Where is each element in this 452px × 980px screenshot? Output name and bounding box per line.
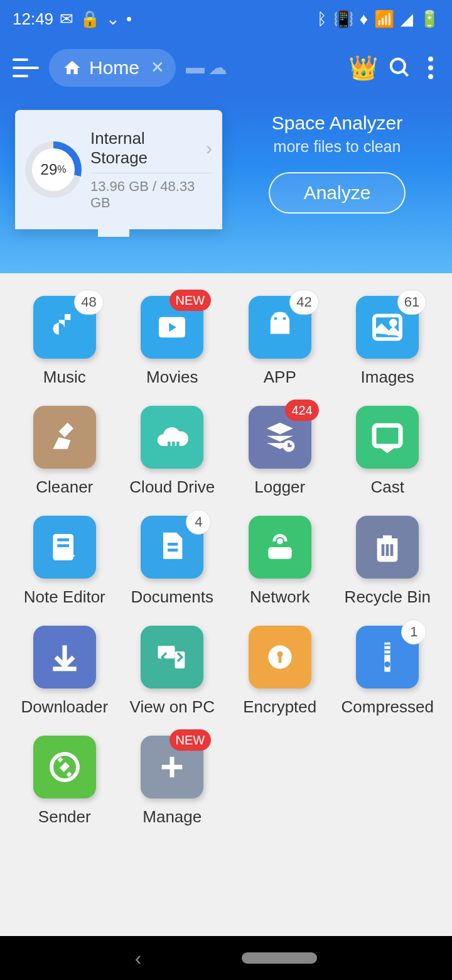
category-compressed[interactable]: 1 Compressed: [337, 626, 439, 717]
data-icon: ♦: [360, 9, 368, 29]
category-grid: 48 Music NEW Movies 42 APP 61 Images: [0, 273, 452, 849]
category-view-on-pc[interactable]: View on PC: [122, 626, 223, 717]
svg-point-6: [391, 321, 396, 325]
category-note-editor[interactable]: Note Editor: [14, 516, 116, 607]
vibrate-icon: 📳: [333, 9, 353, 29]
svg-line-1: [403, 70, 408, 75]
svg-point-31: [385, 662, 390, 667]
note-icon: [33, 516, 96, 579]
svg-rect-26: [278, 656, 281, 663]
category-encrypted[interactable]: Encrypted: [229, 626, 331, 717]
download-icon: [33, 626, 96, 689]
category-documents[interactable]: 4 Documents: [122, 516, 223, 607]
category-images[interactable]: 61 Images: [337, 296, 439, 387]
category-app[interactable]: 42 APP: [229, 296, 331, 387]
category-label: Documents: [131, 587, 214, 607]
tab-home[interactable]: Home ✕: [49, 49, 176, 87]
category-label: Encrypted: [243, 697, 316, 717]
svg-rect-17: [268, 547, 291, 559]
hero-section: 29% Internal Storage 13.96 GB / 48.33 GB…: [0, 97, 452, 273]
pc-icon: [141, 626, 203, 689]
category-label: Manage: [143, 807, 202, 827]
bluetooth-icon: ᛒ: [317, 9, 327, 29]
badge: 61: [397, 290, 426, 315]
pocket-icon: ⌄: [106, 9, 120, 29]
category-cleaner[interactable]: Cleaner: [14, 406, 116, 497]
home-icon: [63, 58, 82, 77]
app-header: Home ✕ ▬ ☁ 👑: [0, 38, 452, 97]
router-icon: [249, 516, 311, 579]
badge: NEW: [170, 729, 212, 751]
category-manage[interactable]: NEW Manage: [122, 736, 223, 827]
category-recycle-bin[interactable]: Recycle Bin: [337, 516, 439, 607]
dot-icon: •: [126, 9, 132, 29]
category-label: Logger: [254, 477, 305, 497]
badge: 48: [74, 290, 103, 315]
zip-icon: 1: [356, 626, 419, 689]
category-label: Movies: [146, 368, 198, 387]
lock-icon: 🔒: [80, 9, 100, 29]
svg-point-3: [274, 317, 277, 320]
category-label: Cloud Drive: [129, 477, 215, 497]
close-tab-icon[interactable]: ✕: [151, 58, 164, 77]
category-label: Images: [361, 368, 414, 387]
category-label: Cast: [371, 477, 404, 497]
svg-rect-27: [385, 643, 390, 672]
trash-icon: [356, 516, 419, 579]
android-icon: 42: [249, 296, 311, 359]
category-sender[interactable]: Sender: [14, 736, 116, 827]
doc-icon: 4: [141, 516, 203, 579]
cloud-icon: ☁: [208, 57, 227, 79]
android-navbar: ‹: [0, 936, 452, 980]
category-movies[interactable]: NEW Movies: [122, 296, 223, 387]
svg-rect-8: [172, 442, 175, 446]
analyzer-title: Space Analyzer: [237, 112, 437, 134]
category-label: Cleaner: [36, 477, 93, 497]
analyze-button[interactable]: Analyze: [269, 172, 406, 214]
svg-rect-11: [374, 425, 401, 446]
premium-icon[interactable]: 👑: [348, 54, 378, 82]
svg-rect-22: [158, 646, 175, 658]
category-label: Note Editor: [24, 587, 105, 607]
wifi-icon: 📶: [374, 9, 394, 29]
nav-back-button[interactable]: ‹: [135, 947, 142, 970]
category-label: Compressed: [342, 697, 434, 717]
svg-point-0: [391, 58, 405, 72]
category-label: View on PC: [130, 697, 215, 717]
category-label: Network: [250, 587, 309, 607]
nav-home-pill[interactable]: [242, 952, 317, 964]
storage-title: Internal Storage: [90, 129, 212, 168]
battery-icon: 🔋: [419, 9, 439, 29]
category-logger[interactable]: 424 Logger: [229, 406, 331, 497]
overflow-menu-button[interactable]: [422, 57, 439, 79]
status-left: 12:49 ✉ 🔒 ⌄ •: [13, 9, 132, 29]
category-cast[interactable]: Cast: [337, 406, 439, 497]
storage-size: 13.96 GB / 48.33 GB: [90, 173, 212, 211]
mail-icon: ✉: [60, 9, 73, 29]
music-icon: 48: [33, 296, 96, 359]
status-bar: 12:49 ✉ 🔒 ⌄ • ᛒ 📳 ♦ 📶 ◢ 🔋: [0, 0, 452, 38]
category-label: APP: [264, 368, 296, 387]
analyzer-subtitle: more files to clean: [237, 138, 437, 156]
image-icon: 61: [356, 296, 419, 359]
search-button[interactable]: [388, 56, 412, 80]
movie-icon: NEW: [141, 296, 203, 359]
disabled-tabs: ▬ ☁: [186, 57, 227, 79]
category-cloud-drive[interactable]: Cloud Drive: [122, 406, 223, 497]
sender-icon: [33, 736, 96, 798]
menu-button[interactable]: [13, 58, 39, 77]
svg-rect-7: [168, 442, 171, 446]
category-music[interactable]: 48 Music: [14, 296, 116, 387]
status-right: ᛒ 📳 ♦ 📶 ◢ 🔋: [317, 9, 439, 29]
category-network[interactable]: Network: [229, 516, 331, 607]
badge: 1: [401, 619, 426, 645]
tab-label: Home: [89, 57, 139, 79]
category-downloader[interactable]: Downloader: [14, 626, 116, 717]
category-label: Downloader: [21, 697, 108, 717]
cast-icon: [356, 406, 419, 469]
category-label: Sender: [38, 807, 91, 827]
storage-card[interactable]: 29% Internal Storage 13.96 GB / 48.33 GB: [15, 110, 222, 229]
storage-ring: 29%: [25, 141, 82, 198]
broom-icon: [33, 406, 96, 469]
sd-icon: ▬: [186, 57, 205, 79]
